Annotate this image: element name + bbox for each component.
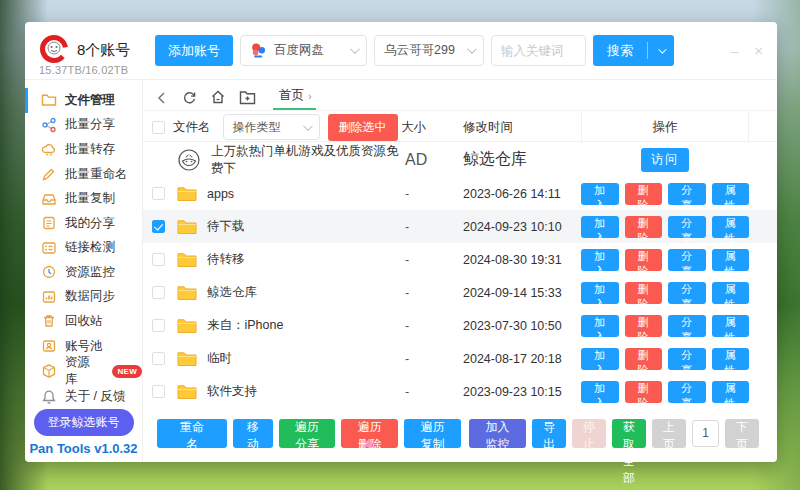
- properties-button[interactable]: 属性: [712, 249, 750, 271]
- iterate-copy-button[interactable]: 遍历复制: [404, 419, 461, 448]
- search-split-button[interactable]: 搜索: [593, 35, 674, 66]
- share-button[interactable]: 分享: [668, 216, 706, 238]
- properties-button[interactable]: 属性: [712, 282, 750, 304]
- account-select[interactable]: 乌云哥哥299: [374, 35, 484, 66]
- table-row[interactable]: 鲸选仓库 - 2024-09-14 15:33 加入 删除 分享 属性: [143, 276, 777, 309]
- properties-button[interactable]: 属性: [712, 183, 750, 205]
- minimize-button[interactable]: –: [730, 43, 738, 58]
- join-button[interactable]: 加入: [581, 381, 619, 403]
- delete-selected-button[interactable]: 删除选中: [328, 114, 398, 141]
- search-button[interactable]: 搜索: [593, 42, 647, 60]
- visit-button[interactable]: 访问: [641, 148, 689, 172]
- page-number-input[interactable]: [692, 420, 719, 447]
- row-checkbox[interactable]: [152, 187, 165, 200]
- sidebar-item-data-sync[interactable]: 数据同步: [25, 285, 142, 310]
- share-button[interactable]: 分享: [668, 381, 706, 403]
- file-name[interactable]: 鲸选仓库: [207, 284, 257, 301]
- refresh-icon[interactable]: [182, 90, 197, 110]
- sidebar-item-file-manage[interactable]: 文件管理: [25, 88, 142, 113]
- back-icon[interactable]: [155, 91, 169, 110]
- sidebar-item-resource-library[interactable]: 资源库 NEW: [25, 358, 142, 384]
- row-checkbox[interactable]: [152, 286, 165, 299]
- delete-button[interactable]: 删除: [625, 348, 663, 370]
- desktop: { "topbar": { "account_count": "8个账号", "…: [0, 0, 800, 490]
- share-button[interactable]: 分享: [668, 348, 706, 370]
- ad-row[interactable]: 上万款热门单机游戏及优质资源免费下 AD 鲸选仓库 访问: [143, 142, 777, 177]
- delete-button[interactable]: 删除: [625, 249, 663, 271]
- file-name[interactable]: apps: [207, 187, 234, 201]
- export-button[interactable]: 导出: [532, 419, 566, 448]
- row-checkbox[interactable]: [152, 352, 165, 365]
- table-row[interactable]: 临时 - 2024-08-17 20:18 加入 删除 分享 属性: [143, 342, 777, 375]
- delete-button[interactable]: 删除: [625, 216, 663, 238]
- keyword-input[interactable]: [491, 35, 586, 66]
- delete-button[interactable]: 删除: [625, 315, 663, 337]
- bar-chart-icon: [41, 289, 57, 305]
- file-name[interactable]: 待转移: [207, 251, 245, 268]
- table-row[interactable]: 待下载 - 2024-09-23 10:10 加入 删除 分享 属性: [143, 210, 777, 243]
- search-options-button[interactable]: [648, 48, 674, 54]
- sidebar-item-recycle-bin[interactable]: 回收站: [25, 309, 142, 334]
- table-row[interactable]: apps - 2023-06-26 14:11 加入 删除 分享 属性: [143, 177, 777, 210]
- file-name[interactable]: 软件支持: [207, 383, 257, 400]
- new-folder-icon[interactable]: [239, 90, 256, 110]
- join-button[interactable]: 加入: [581, 249, 619, 271]
- folder-icon: [177, 252, 197, 268]
- join-button[interactable]: 加入: [581, 216, 619, 238]
- share-button[interactable]: 分享: [668, 183, 706, 205]
- sidebar-item-resource-monitor[interactable]: 资源监控: [25, 260, 142, 285]
- file-name[interactable]: 待下载: [207, 218, 245, 235]
- properties-button[interactable]: 属性: [712, 216, 750, 238]
- sidebar-item-batch-rename[interactable]: 批量重命名: [25, 162, 142, 187]
- row-checkbox[interactable]: [152, 385, 165, 398]
- file-name[interactable]: 来自：iPhone: [207, 317, 283, 334]
- ad-text[interactable]: 上万款热门单机游戏及优质资源免费下: [211, 143, 401, 177]
- login-whale-account-button[interactable]: 登录鲸选账号: [34, 409, 134, 436]
- row-checkbox[interactable]: [152, 220, 165, 233]
- operation-type-select[interactable]: 操作类型: [223, 114, 320, 140]
- table-row[interactable]: 待转移 - 2024-08-30 19:31 加入 删除 分享 属性: [143, 243, 777, 276]
- sidebar-item-batch-save[interactable]: 批量转存: [25, 137, 142, 162]
- next-page-button[interactable]: 下页: [725, 419, 759, 448]
- sidebar-item-batch-copy[interactable]: 批量复制: [25, 186, 142, 211]
- join-button[interactable]: 加入: [581, 315, 619, 337]
- file-name[interactable]: 临时: [207, 350, 232, 367]
- table-row[interactable]: 来自：iPhone - 2023-07-30 10:50 加入 删除 分享 属性: [143, 309, 777, 342]
- ad-source: 鲸选仓库: [463, 149, 581, 170]
- rename-button[interactable]: 重命名: [157, 419, 227, 448]
- join-button[interactable]: 加入: [581, 282, 619, 304]
- table-row[interactable]: 软件支持 - 2023-09-23 10:15 加入 删除 分享 属性: [143, 375, 777, 408]
- properties-button[interactable]: 属性: [712, 381, 750, 403]
- account-count: 8个账号: [77, 41, 130, 60]
- sidebar-item-batch-share[interactable]: 批量分享: [25, 113, 142, 138]
- select-all-checkbox[interactable]: [152, 121, 165, 134]
- share-button[interactable]: 分享: [668, 315, 706, 337]
- delete-button[interactable]: 删除: [625, 183, 663, 205]
- sidebar-item-link-check[interactable]: 链接检测: [25, 235, 142, 260]
- properties-button[interactable]: 属性: [712, 348, 750, 370]
- home-icon[interactable]: [210, 89, 226, 110]
- sidebar-item-my-shares[interactable]: 我的分享: [25, 211, 142, 236]
- delete-button[interactable]: 删除: [625, 381, 663, 403]
- iterate-delete-button[interactable]: 遍历删除: [341, 419, 398, 448]
- row-checkbox[interactable]: [152, 319, 165, 332]
- share-button[interactable]: 分享: [668, 249, 706, 271]
- row-checkbox[interactable]: [152, 253, 165, 266]
- provider-select[interactable]: 百度网盘: [240, 35, 367, 66]
- add-monitor-button[interactable]: 加入监控: [469, 419, 526, 448]
- iterate-share-button[interactable]: 遍历分享: [279, 419, 336, 448]
- pencil-icon: [41, 166, 57, 182]
- properties-button[interactable]: 属性: [712, 315, 750, 337]
- add-account-button[interactable]: 添加账号: [155, 35, 233, 66]
- join-button[interactable]: 加入: [581, 348, 619, 370]
- move-button[interactable]: 移动: [233, 419, 272, 448]
- sidebar-item-about-feedback[interactable]: 关于 / 反馈: [25, 384, 142, 409]
- stop-button[interactable]: 停止: [572, 419, 606, 448]
- close-button[interactable]: ×: [754, 43, 763, 58]
- breadcrumb-tab-home[interactable]: 首页 ›: [273, 87, 316, 110]
- share-button[interactable]: 分享: [668, 282, 706, 304]
- prev-page-button[interactable]: 上页: [652, 419, 686, 448]
- get-all-button[interactable]: 获取全部: [612, 419, 646, 448]
- join-button[interactable]: 加入: [581, 183, 619, 205]
- delete-button[interactable]: 删除: [625, 282, 663, 304]
